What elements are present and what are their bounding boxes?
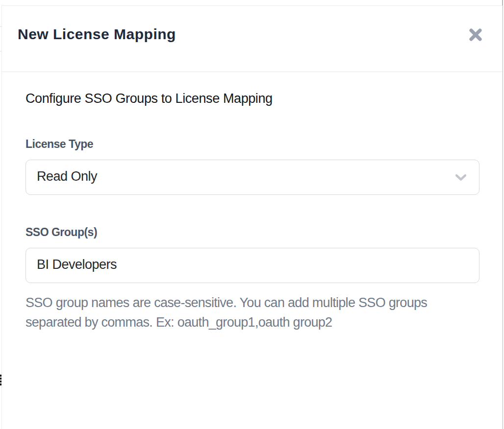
header-divider [2, 72, 503, 72]
chevron-down-icon [455, 174, 466, 181]
sso-groups-label: SSO Group(s) [25, 225, 97, 239]
dialog-title: New License Mapping [18, 25, 176, 43]
hint-line-2: separated by commas. Ex: oauth_group1,oa… [25, 312, 427, 332]
dialog-description: Configure SSO Groups to License Mapping [25, 91, 273, 107]
license-type-label: License Type [25, 137, 93, 151]
license-type-value: Read Only [37, 169, 97, 184]
sso-groups-input[interactable]: BI Developers [25, 248, 479, 283]
sso-groups-hint: SSO group names are case-sensitive. You … [25, 293, 427, 332]
sso-groups-value: BI Developers [37, 257, 117, 272]
close-icon[interactable] [469, 28, 482, 42]
new-license-mapping-dialog: New License Mapping Configure SSO Groups… [1, 5, 503, 429]
hint-line-1: SSO group names are case-sensitive. You … [25, 293, 427, 312]
license-type-select[interactable]: Read Only [25, 160, 479, 195]
